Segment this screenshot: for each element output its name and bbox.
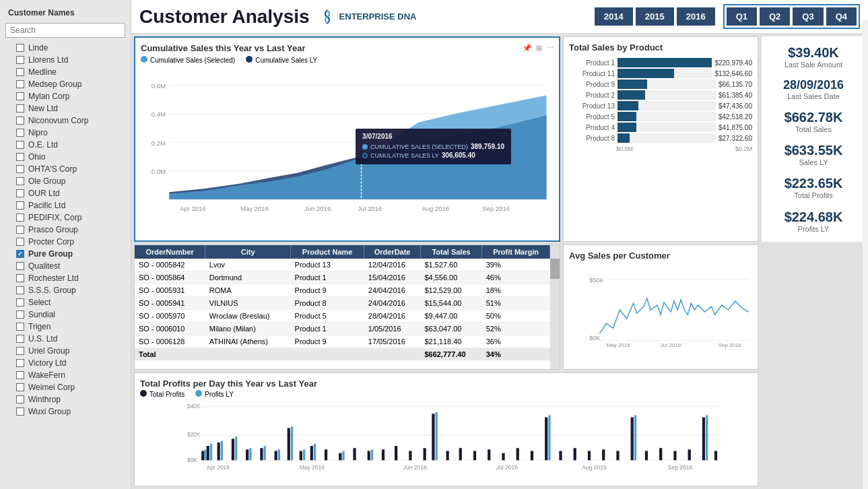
legend-ly: Cumulative Sales LY — [246, 56, 317, 64]
product-row-product-8: Product 8$27,322.60 — [569, 133, 752, 143]
svg-rect-55 — [502, 453, 504, 460]
sidebar-item-pacific-ltd[interactable]: Pacific Ltd — [0, 199, 131, 211]
table-row[interactable]: SO - 0005931ROMAProduct 924/04/2016$12,5… — [135, 284, 550, 296]
svg-rect-72 — [210, 444, 212, 460]
sidebar-item-victory-ltd[interactable]: Victory Ltd — [0, 357, 131, 369]
sidebar-item-uriel-group[interactable]: Uriel Group — [0, 345, 131, 357]
svg-rect-53 — [473, 451, 476, 460]
table-row[interactable]: SO - 0006128ATHINAI (Athens)Product 917/… — [135, 335, 550, 348]
sidebar-item-s.s.s.-group[interactable]: S.S.S. Group — [0, 284, 131, 296]
sidebar-item-qualitest[interactable]: Qualitest — [0, 260, 131, 272]
svg-text:May 2016: May 2016 — [606, 342, 630, 348]
sidebar-item-o.e.-ltd[interactable]: O.E. Ltd — [0, 139, 131, 151]
product-row-product-9: Product 9$66,135.70 — [569, 79, 752, 89]
sidebar-search-container — [5, 23, 125, 38]
year-buttons: 201420152016 — [595, 7, 715, 26]
data-table-panel: OrderNumberCityProduct NameOrderDateTota… — [134, 244, 560, 370]
quarter-btn-Q2[interactable]: Q2 — [760, 7, 790, 26]
sidebar-item-u.s.-ltd[interactable]: U.S. Ltd — [0, 333, 131, 345]
svg-text:0.2M: 0.2M — [152, 139, 166, 147]
table-row[interactable]: SO - 0005842LvovProduct 1312/04/2016$1,5… — [135, 259, 550, 271]
sidebar-item-prasco-group[interactable]: Prasco Group — [0, 224, 131, 236]
svg-rect-71 — [204, 449, 206, 460]
col-total-sales: Total Sales — [420, 245, 481, 259]
year-btn-2016[interactable]: 2016 — [677, 7, 715, 26]
svg-rect-39 — [288, 428, 290, 460]
sidebar-item-select[interactable]: Select — [0, 296, 131, 308]
svg-rect-64 — [631, 417, 634, 460]
svg-rect-57 — [531, 451, 533, 460]
sidebar-item-new-ltd[interactable]: New Ltd — [0, 102, 131, 115]
table-row[interactable]: SO - 0005941VILNIUSProduct 824/04/2016$1… — [135, 296, 550, 309]
sidebar-item-medline[interactable]: Medline — [0, 66, 131, 78]
sidebar-item-winthrop[interactable]: Winthrop — [0, 393, 131, 405]
sidebar-item-weimei-corp[interactable]: Weimei Corp — [0, 381, 131, 393]
sidebar-item-rochester-ltd[interactable]: Rochester Ltd — [0, 272, 131, 284]
svg-rect-36 — [246, 449, 248, 460]
quarter-btn-Q1[interactable]: Q1 — [727, 7, 757, 26]
sidebar-item-nipro[interactable]: Nipro — [0, 127, 131, 139]
sidebar-item-pure-group[interactable]: Pure Group — [0, 248, 131, 260]
table-row[interactable]: SO - 0005864DortmundProduct 115/04/2016$… — [135, 271, 550, 284]
table-body: SO - 0005842LvovProduct 1312/04/2016$1,5… — [135, 259, 550, 360]
sidebar-item-ohio[interactable]: Ohio — [0, 151, 131, 163]
svg-rect-63 — [616, 451, 619, 460]
sidebar-item-wuxi-group[interactable]: Wuxi Group — [0, 405, 131, 418]
svg-rect-73 — [221, 441, 223, 460]
sidebar-item-pedifix,-corp[interactable]: PEDIFIX, Corp — [0, 211, 131, 224]
chart-pin-icon[interactable]: 📌 — [523, 44, 532, 53]
sidebar-item-ohta's-corp[interactable]: OHTA'S Corp — [0, 163, 131, 175]
table-row[interactable]: SO - 0006010Milano (Milan)Product 11/05/… — [135, 322, 550, 335]
svg-text:Sep 2016: Sep 2016 — [719, 342, 742, 348]
sidebar-items-list: LindeLlorens LtdMedlineMedsep GroupMylan… — [0, 42, 131, 418]
cumulative-chart-title: Cumulative Sales this Year vs Last Year — [141, 43, 306, 53]
svg-rect-51 — [446, 451, 449, 460]
profits-chart-panel: Total Profits per Day this Year vs Last … — [134, 372, 758, 486]
svg-rect-76 — [264, 446, 266, 460]
svg-text:Jun 2016: Jun 2016 — [403, 464, 427, 471]
svg-rect-77 — [278, 449, 280, 460]
sidebar-item-ole-group[interactable]: Ole Group — [0, 175, 131, 187]
sidebar-item-niconovum-corp[interactable]: Niconovum Corp — [0, 115, 131, 127]
svg-rect-58 — [545, 417, 547, 460]
sidebar-item-mylan-corp[interactable]: Mylan Corp — [0, 90, 131, 102]
sidebar-item-trigen[interactable]: Trigen — [0, 321, 131, 333]
svg-text:$40K: $40K — [187, 403, 201, 410]
avg-sales-chart-svg: $50K $0K May 2016 Jul 2016 Sep 2016 — [569, 263, 752, 356]
stats-spacer — [761, 244, 865, 370]
svg-rect-47 — [395, 446, 397, 460]
table-scrollbar[interactable] — [550, 245, 560, 369]
col-profit-margin: Profit Margin — [482, 245, 550, 259]
svg-rect-37 — [260, 448, 263, 460]
last-sale-amount-label: Last Sale Amount — [768, 61, 859, 69]
sidebar-item-llorens-ltd[interactable]: Llorens Ltd — [0, 54, 131, 66]
sidebar-item-procter-corp[interactable]: Procter Corp — [0, 236, 131, 248]
sidebar-item-our-ltd[interactable]: OUR Ltd — [0, 187, 131, 199]
sidebar-item-sundial[interactable]: Sundial — [0, 308, 131, 321]
profits-ly-label: Profits LY — [768, 225, 859, 233]
table-row[interactable]: SO - 0005970Wroclaw (Breslau)Product 528… — [135, 309, 550, 322]
sales-ly-label: Sales LY — [768, 158, 859, 166]
sidebar-item-linde[interactable]: Linde — [0, 42, 131, 54]
chart-menu-icon[interactable]: ⋯ — [546, 44, 554, 53]
year-btn-2014[interactable]: 2014 — [595, 7, 633, 26]
product-row-product-11: Product 11$132,646.60 — [569, 69, 752, 78]
product-row-product-13: Product 13$47,436.00 — [569, 101, 752, 110]
svg-rect-40 — [300, 451, 302, 460]
search-input[interactable] — [5, 23, 125, 38]
page-title: Customer Analysis — [139, 6, 310, 28]
profits-legend-ly: Profits LY — [195, 390, 234, 398]
svg-rect-46 — [382, 449, 385, 460]
product-row-product-4: Product 4$41,875.00 — [569, 123, 752, 132]
orders-table: OrderNumberCityProduct NameOrderDateTota… — [135, 245, 550, 360]
quarter-btn-Q3[interactable]: Q3 — [793, 7, 823, 26]
scrollbar-thumb — [550, 259, 560, 279]
sidebar-item-medsep-group[interactable]: Medsep Group — [0, 78, 131, 90]
year-btn-2015[interactable]: 2015 — [636, 7, 674, 26]
total-sales-label: Total Sales — [768, 125, 859, 133]
chart-expand-icon[interactable]: ⊞ — [536, 44, 542, 53]
svg-rect-33 — [207, 446, 209, 460]
svg-rect-61 — [588, 451, 591, 460]
sidebar-item-wakefern[interactable]: WakeFern — [0, 369, 131, 381]
quarter-btn-Q4[interactable]: Q4 — [826, 7, 857, 26]
